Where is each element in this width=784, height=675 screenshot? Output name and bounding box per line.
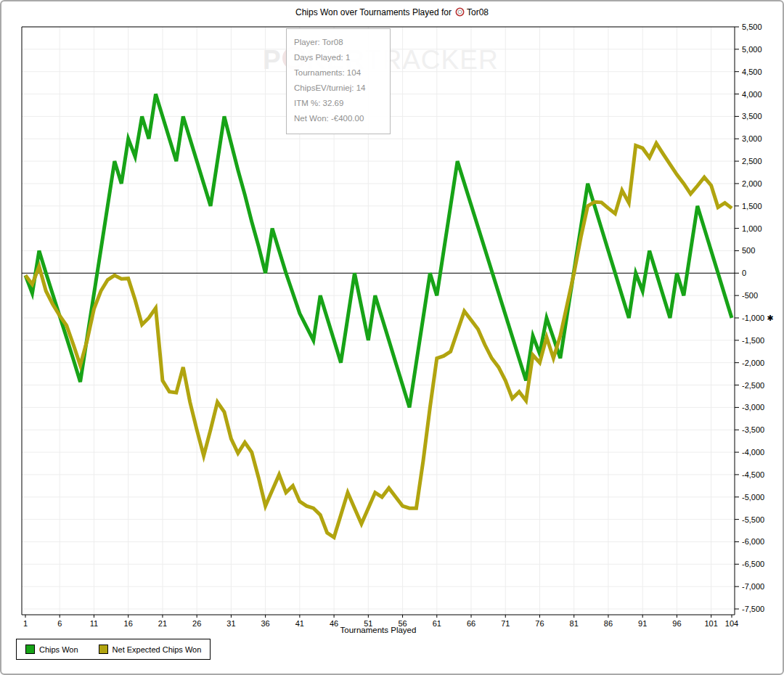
- y-tick-label: 5,500: [742, 22, 762, 31]
- y-tick-label: 0: [742, 269, 746, 277]
- tooltip-row: Tournaments: 104: [294, 65, 383, 81]
- x-tick-label: 6: [57, 619, 62, 628]
- y-tick-label: -7,500: [742, 605, 764, 613]
- x-tick-label: 101: [704, 619, 717, 628]
- y-tick-label: -3,500: [742, 425, 764, 434]
- x-tick-label: 86: [604, 619, 613, 628]
- y-tick-label: -1,500: [742, 336, 764, 345]
- chart-page: Chips Won over Tournaments Played forTor…: [0, 0, 784, 675]
- tooltip-row: ChipsEV/turniej: 14: [294, 81, 383, 96]
- y-tick-label: -4,000: [742, 448, 764, 457]
- hover-tooltip: Player: Tor08Days Played: 1Tournaments: …: [286, 28, 391, 134]
- y-tick-label: -7,000: [742, 582, 764, 591]
- x-tick-label: 16: [124, 619, 133, 628]
- y-tick-label: 2,500: [742, 157, 762, 165]
- y-tick-label: -2,000: [742, 359, 764, 367]
- y-tick-label: 3,000: [742, 134, 762, 143]
- chart-title-player: Tor08: [467, 7, 489, 17]
- tooltip-row: Days Played: 1: [294, 50, 383, 65]
- x-tick-label: 81: [570, 619, 579, 628]
- x-tick-label: 36: [261, 619, 270, 628]
- x-tick-label: 66: [467, 619, 475, 628]
- chart-svg[interactable]: 5,5005,0004,5004,0003,5003,0002,5002,000…: [1, 1, 784, 675]
- y-tick-label: 1,500: [742, 202, 762, 210]
- legend-label: Net Expected Chips Won: [113, 645, 202, 654]
- x-tick-label: 1: [23, 619, 28, 628]
- y-tick-label: 500: [742, 246, 755, 255]
- y-tick-label: 5,000: [742, 45, 762, 54]
- y-tick-label: -3,000: [742, 403, 764, 412]
- y-tick-label: -500: [742, 291, 758, 300]
- legend-swatch: [99, 645, 108, 654]
- x-tick-label: 91: [638, 619, 647, 628]
- legend-item[interactable]: Chips Won: [25, 645, 78, 654]
- x-tick-label: 96: [672, 619, 681, 628]
- y-tick-label: 1,000: [742, 224, 762, 233]
- y-tick-label: 3,500: [742, 112, 762, 120]
- x-tick-label: 61: [433, 619, 441, 628]
- legend-label: Chips Won: [39, 645, 78, 654]
- tooltip-row: Net Won: -€400.00: [294, 111, 383, 126]
- x-tick-label: 76: [535, 619, 544, 628]
- player-chip-icon: [455, 7, 465, 19]
- x-tick-label: 26: [192, 619, 201, 628]
- y-tick-label: -5,000: [742, 493, 764, 502]
- y-tick-label: -2,500: [742, 381, 764, 390]
- x-tick-label: 41: [295, 619, 304, 628]
- chart-title-text: Chips Won over Tournaments Played for: [295, 7, 452, 17]
- y-tick-label: 4,500: [742, 68, 762, 76]
- legend-swatch: [25, 645, 35, 654]
- y-tick-label: 4,000: [742, 90, 762, 99]
- y-tick-label: -5,500: [742, 515, 764, 524]
- legend-item[interactable]: Net Expected Chips Won: [99, 645, 202, 654]
- y-tick-label: -6,500: [742, 560, 764, 568]
- y-tick-label: 2,000: [742, 179, 762, 188]
- x-tick-label: 31: [226, 619, 235, 628]
- tooltip-row: Player: Tor08: [294, 35, 383, 50]
- x-tick-label: 11: [90, 619, 98, 628]
- x-tick-label: 21: [158, 619, 167, 628]
- x-tick-label: 71: [501, 619, 510, 628]
- chart-title: Chips Won over Tournaments Played forTor…: [1, 7, 783, 19]
- y-tick-label: -1,000 ✱: [742, 314, 773, 322]
- tooltip-row: ITM %: 32.69: [294, 96, 383, 111]
- legend: Chips WonNet Expected Chips Won: [16, 639, 211, 660]
- x-tick-label: 104: [725, 619, 738, 628]
- y-tick-label: -4,500: [742, 470, 764, 479]
- x-axis-title: Tournaments Played: [340, 626, 417, 634]
- x-tick-label: 46: [330, 619, 338, 628]
- y-tick-label: -6,000: [742, 537, 764, 546]
